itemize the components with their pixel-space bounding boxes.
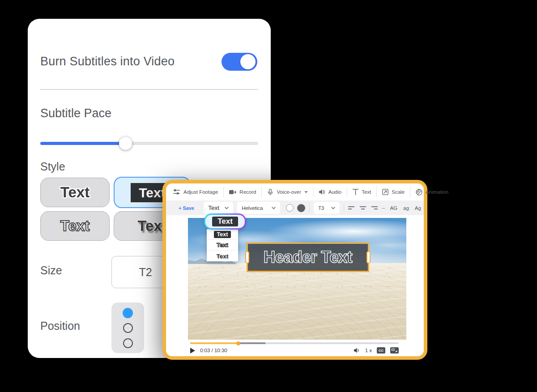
size-value: T2 bbox=[139, 266, 152, 279]
font-family-select[interactable]: Helvetica bbox=[237, 202, 280, 214]
style-option-outline[interactable]: Text bbox=[40, 211, 110, 241]
text-style-dropdown-selected[interactable]: Text bbox=[204, 213, 246, 230]
outline-color-swatch[interactable] bbox=[286, 204, 294, 212]
format-divider bbox=[344, 204, 344, 212]
player-controls-right: 1 x CC bbox=[354, 347, 399, 354]
toggle-knob bbox=[240, 54, 256, 69]
case-option-title[interactable]: Ag bbox=[415, 205, 421, 211]
text-style-value: Text bbox=[208, 205, 219, 211]
align-center-icon[interactable] bbox=[360, 206, 366, 210]
style-sample-text: Text bbox=[60, 184, 90, 201]
playback-speed-button[interactable]: 1 x bbox=[365, 348, 372, 353]
toolbar-label: Record bbox=[239, 189, 256, 195]
size-label: Size bbox=[40, 264, 62, 277]
selected-style-sample: Text bbox=[212, 217, 238, 227]
style-sample-text: Text bbox=[217, 242, 228, 248]
time-display: 0:03 / 10:30 bbox=[200, 348, 227, 353]
fill-color-swatch[interactable] bbox=[297, 204, 305, 212]
header-text-element[interactable]: Header Text bbox=[247, 243, 369, 272]
fullscreen-button[interactable] bbox=[390, 347, 399, 354]
style-label: Style bbox=[40, 160, 65, 173]
adjust-sliders-icon bbox=[173, 189, 180, 195]
position-label: Position bbox=[40, 320, 80, 332]
dropdown-style-box[interactable]: Text bbox=[207, 229, 238, 240]
slider-knob[interactable] bbox=[119, 137, 132, 150]
subtitle-pace-slider[interactable] bbox=[40, 137, 258, 149]
editor-stage: Header Text Text Text Text Text bbox=[166, 215, 424, 356]
font-family-value: Helvetica bbox=[242, 205, 263, 211]
position-radio-bottom[interactable] bbox=[123, 338, 133, 348]
style-sample-text: Text bbox=[217, 253, 229, 260]
case-option-upper[interactable]: AG bbox=[390, 205, 397, 211]
text-size-value: T3 bbox=[318, 205, 324, 211]
video-editor-card: Adjust Footage Record Voice-over Audio bbox=[162, 180, 427, 360]
toolbar-adjust-footage-button[interactable]: Adjust Footage bbox=[168, 189, 223, 195]
style-sample-text: Text bbox=[214, 231, 231, 238]
burn-subtitles-toggle[interactable] bbox=[222, 53, 257, 71]
video-camera-icon bbox=[229, 190, 236, 195]
text-style-dropdown-panel: Text Text Text bbox=[207, 229, 238, 261]
speaker-icon bbox=[319, 189, 325, 195]
editor-toolbar: Adjust Footage Record Voice-over Audio bbox=[166, 183, 424, 200]
align-left-icon[interactable] bbox=[348, 206, 354, 210]
chevron-down-icon bbox=[272, 207, 276, 209]
subtitle-pace-label: Subtitle Pace bbox=[40, 107, 111, 120]
minus-glyph: – bbox=[382, 205, 385, 211]
toolbar-label: Voice-over bbox=[277, 189, 301, 195]
microphone-icon bbox=[267, 189, 273, 196]
resize-handle-left[interactable] bbox=[245, 251, 249, 264]
position-radio-top[interactable] bbox=[123, 308, 133, 318]
chevron-down-icon bbox=[331, 207, 335, 209]
progress-scrubber[interactable] bbox=[236, 341, 240, 345]
scale-icon bbox=[382, 189, 388, 195]
toolbar-label: Audio bbox=[328, 189, 341, 195]
dropdown-style-outline[interactable]: Text bbox=[207, 240, 238, 251]
app-background: Burn Subtitles into Video Subtitle Pace … bbox=[0, 0, 537, 392]
toolbar-label: Adjust Footage bbox=[183, 189, 218, 195]
progress-played bbox=[190, 342, 238, 344]
position-radio-group bbox=[111, 303, 144, 353]
toolbar-record-button[interactable]: Record bbox=[224, 189, 261, 195]
slider-fill bbox=[40, 142, 125, 145]
case-option-lower[interactable]: ag bbox=[403, 205, 409, 211]
video-progress-bar[interactable] bbox=[190, 341, 399, 345]
burn-subtitles-label: Burn Subtitles into Video bbox=[40, 55, 175, 68]
text-style-select[interactable]: Text bbox=[204, 202, 233, 214]
section-divider bbox=[40, 89, 258, 90]
resize-handle-right[interactable] bbox=[367, 251, 371, 264]
play-button[interactable] bbox=[190, 348, 195, 354]
toolbar-text-button[interactable]: Text bbox=[347, 189, 376, 195]
animation-icon bbox=[416, 189, 422, 196]
style-sample-text: Text bbox=[60, 217, 90, 234]
caret-down-icon bbox=[304, 191, 308, 193]
player-controls: 0:03 / 10:30 1 x CC bbox=[190, 345, 399, 355]
toolbar-label: Scale bbox=[392, 189, 405, 195]
header-text: Header Text bbox=[264, 248, 352, 267]
toolbar-voice-over-button[interactable]: Voice-over bbox=[262, 189, 313, 196]
volume-icon[interactable] bbox=[354, 348, 360, 353]
letter-t-icon bbox=[353, 189, 358, 195]
save-button[interactable]: + Save bbox=[173, 205, 200, 211]
toolbar-animation-button[interactable]: Animation bbox=[410, 189, 454, 196]
color-swatch-group bbox=[286, 204, 305, 212]
format-divider bbox=[309, 204, 310, 212]
toolbar-audio-button[interactable]: Audio bbox=[314, 189, 347, 195]
align-group bbox=[348, 206, 378, 210]
toolbar-label: Text bbox=[362, 189, 371, 195]
chevron-down-icon bbox=[225, 207, 229, 209]
case-group: AG ag Ag bbox=[390, 205, 421, 211]
align-right-icon[interactable] bbox=[371, 206, 378, 210]
style-option-halo[interactable]: Text bbox=[40, 178, 110, 207]
captions-button[interactable]: CC bbox=[377, 347, 385, 354]
dropdown-style-shadow[interactable]: Text bbox=[207, 251, 238, 261]
position-radio-middle[interactable] bbox=[123, 323, 133, 333]
format-toolbar: + Save Text Helvetica T3 bbox=[166, 200, 424, 215]
toolbar-label: Animation bbox=[426, 189, 448, 195]
player-controls-left: 0:03 / 10:30 bbox=[190, 348, 227, 354]
toolbar-scale-button[interactable]: Scale bbox=[377, 189, 410, 195]
text-size-select[interactable]: T3 bbox=[314, 202, 340, 214]
